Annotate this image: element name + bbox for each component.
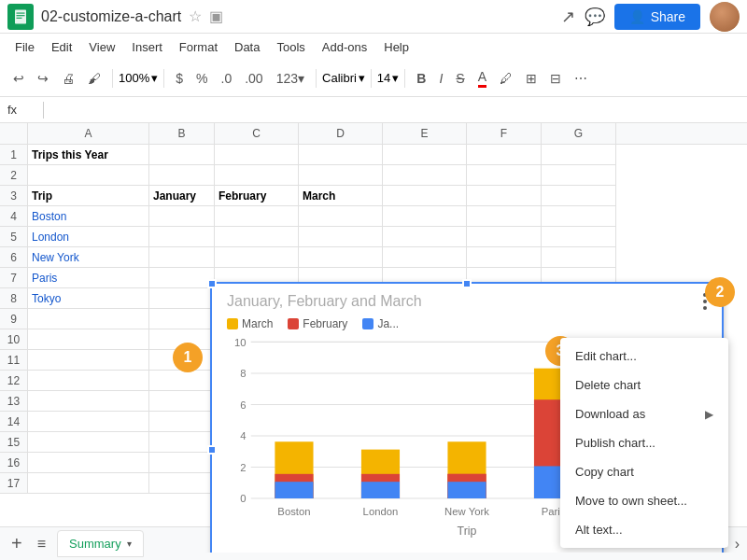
cell-b5[interactable] (149, 227, 215, 247)
handle-middle-left[interactable] (207, 445, 217, 455)
cell-a2[interactable] (28, 165, 149, 186)
cell-b2[interactable] (149, 165, 215, 186)
ctx-delete-chart[interactable]: Delete chart (560, 371, 728, 399)
bold-button[interactable]: B (411, 67, 431, 90)
ctx-alt-text[interactable]: Alt text... (560, 515, 728, 544)
cell-g3[interactable] (542, 186, 616, 206)
italic-button[interactable]: I (433, 67, 448, 90)
handle-top-left[interactable] (207, 279, 217, 288)
col-header-g[interactable]: G (542, 123, 616, 144)
currency-button[interactable]: $ (170, 67, 189, 90)
ctx-publish-chart[interactable]: Publish chart... (560, 428, 728, 457)
cell-d3[interactable]: March (299, 186, 383, 206)
formula-input[interactable] (51, 103, 740, 117)
cell-f6[interactable] (467, 247, 542, 268)
cell-b3[interactable]: January (149, 186, 215, 206)
undo-button[interactable]: ↩ (7, 67, 30, 90)
nav-right-button[interactable]: › (735, 536, 740, 553)
sheet-tab-summary[interactable]: Summary ▾ (57, 530, 144, 557)
cell-g2[interactable] (542, 165, 616, 186)
col-header-e[interactable]: E (383, 123, 467, 144)
col-header-c[interactable]: C (215, 123, 299, 144)
cell-c6[interactable] (215, 247, 299, 268)
cell-d4[interactable] (299, 206, 383, 227)
share-button[interactable]: 👤 Share (614, 4, 700, 30)
ctx-copy-chart[interactable]: Copy chart (560, 457, 728, 486)
avatar[interactable] (710, 2, 740, 32)
menu-format[interactable]: Format (172, 37, 225, 57)
cell-d2[interactable] (299, 165, 383, 186)
ctx-edit-chart[interactable]: Edit chart... (560, 342, 728, 371)
highlight-button[interactable]: 🖊 (494, 67, 518, 90)
zoom-select[interactable]: 100% ▾ (119, 71, 158, 85)
cell-d1[interactable] (299, 145, 383, 165)
menu-data[interactable]: Data (227, 37, 267, 57)
cell-e5[interactable] (383, 227, 467, 247)
col-header-f[interactable]: F (467, 123, 542, 144)
col-header-b[interactable]: B (149, 123, 215, 144)
cell-f3[interactable] (467, 186, 542, 206)
cell-c2[interactable] (215, 165, 299, 186)
cell-a4[interactable]: Boston (28, 206, 149, 227)
menu-help[interactable]: Help (376, 37, 416, 57)
redo-button[interactable]: ↪ (32, 67, 54, 90)
cell-e6[interactable] (383, 247, 467, 268)
cell-c1[interactable] (215, 145, 299, 165)
activity-icon[interactable]: ↗ (561, 7, 575, 27)
cell-b4[interactable] (149, 206, 215, 227)
more-button[interactable]: ⋯ (569, 67, 593, 90)
cell-a6[interactable]: New York (28, 247, 149, 268)
add-sheet-button[interactable]: + (7, 529, 26, 558)
cell-f5[interactable] (467, 227, 542, 247)
decimal-increase-button[interactable]: .00 (239, 67, 268, 90)
font-selector[interactable]: Calibri ▾ (322, 71, 365, 85)
sheet-list-button[interactable]: ≡ (34, 532, 49, 556)
ctx-move-to-sheet[interactable]: Move to own sheet... (560, 486, 728, 515)
cell-c5[interactable] (215, 227, 299, 247)
cell-a8[interactable]: Tokyo (28, 288, 149, 309)
menu-view[interactable]: View (81, 37, 122, 57)
cell-c3[interactable]: February (215, 186, 299, 206)
font-size-selector[interactable]: 14 ▾ (377, 71, 399, 85)
col-header-a[interactable]: A (28, 123, 149, 144)
cell-g1[interactable] (542, 145, 616, 165)
cell-f4[interactable] (467, 206, 542, 227)
menu-addons[interactable]: Add-ons (315, 37, 374, 57)
folder-icon[interactable]: ▣ (209, 7, 223, 25)
menu-file[interactable]: File (7, 37, 42, 57)
borders-button[interactable]: ⊞ (520, 67, 543, 90)
star-icon[interactable]: ☆ (189, 7, 202, 25)
cell-e1[interactable] (383, 145, 467, 165)
cell-b7[interactable] (149, 268, 215, 288)
cell-g4[interactable] (542, 206, 616, 227)
cell-b8[interactable] (149, 288, 215, 309)
font-color-button[interactable]: A (472, 65, 492, 91)
cell-e3[interactable] (383, 186, 467, 206)
menu-insert[interactable]: Insert (124, 37, 170, 57)
cell-a3[interactable]: Trip (28, 186, 149, 206)
col-header-d[interactable]: D (299, 123, 383, 144)
ctx-download-as[interactable]: Download as ▶ (560, 399, 728, 428)
cell-d6[interactable] (299, 247, 383, 268)
decimal-decrease-button[interactable]: .0 (216, 67, 238, 90)
strikethrough-button[interactable]: S (450, 67, 470, 90)
merge-button[interactable]: ⊟ (544, 67, 567, 90)
print-button[interactable]: 🖨 (56, 67, 80, 90)
cell-b6[interactable] (149, 247, 215, 268)
cell-b1[interactable] (149, 145, 215, 165)
cell-f2[interactable] (467, 165, 542, 186)
format-123-button[interactable]: 123▾ (271, 67, 310, 90)
chat-icon[interactable]: 💬 (585, 7, 605, 27)
cell-g5[interactable] (542, 227, 616, 247)
menu-edit[interactable]: Edit (44, 37, 79, 57)
cell-a5[interactable]: London (28, 227, 149, 247)
handle-top-middle[interactable] (462, 279, 472, 288)
paint-format-button[interactable]: 🖌 (82, 67, 106, 90)
percent-button[interactable]: % (190, 67, 213, 90)
menu-tools[interactable]: Tools (269, 37, 312, 57)
cell-c4[interactable] (215, 206, 299, 227)
cell-a1[interactable]: Trips this Year (28, 145, 149, 165)
cell-a7[interactable]: Paris (28, 268, 149, 288)
cell-g6[interactable] (542, 247, 616, 268)
cell-d5[interactable] (299, 227, 383, 247)
